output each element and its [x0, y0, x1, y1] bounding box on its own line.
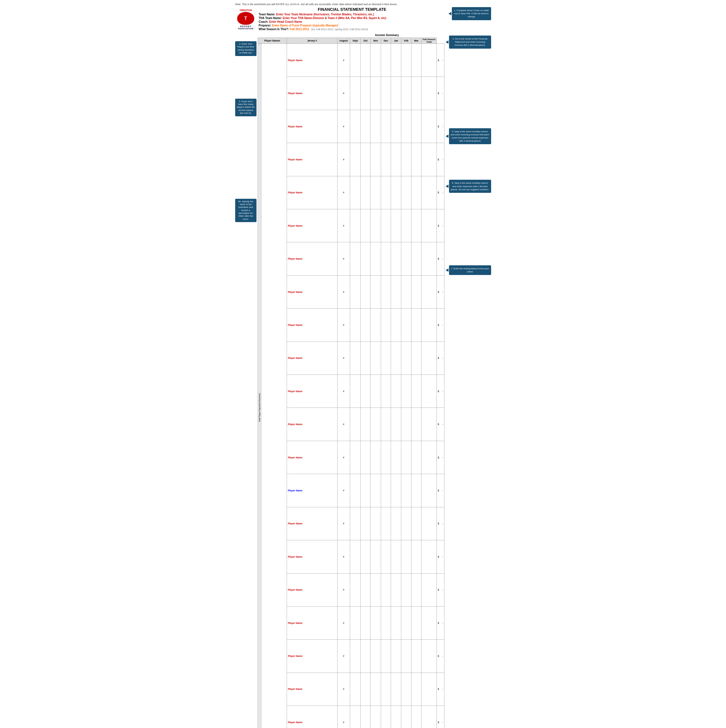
income-table: Income Summary Player Names Jersey # Aug…: [258, 33, 445, 728]
col-sep: Sept: [350, 38, 360, 44]
total-player-payments-label: Total Player Payments Received: [258, 44, 261, 728]
annotation-left-3: 5b. Specify the name of the fundraiser a…: [235, 199, 257, 222]
jersey-1[interactable]: #: [337, 44, 350, 77]
annotation-right-4: 4. Go to the month of the Financial Stat…: [449, 35, 491, 49]
ann-arrow-1: [448, 12, 451, 15]
col-aug: August: [337, 38, 350, 44]
form-fields: FINANCIAL STATEMENT TEMPLATE Team Name: …: [259, 7, 446, 31]
annotation-right-7: 7. Enter the ending balance from your on…: [449, 265, 491, 275]
col-oct: Oct: [361, 38, 371, 44]
annotation-right-5: 5. Stay in the same monthly column and e…: [449, 128, 491, 144]
col-nov: Nov: [371, 38, 381, 44]
ann-arrow-7: [446, 268, 448, 272]
col-feb: Feb: [401, 38, 411, 44]
season-label: What Season Is This?:: [259, 28, 289, 31]
team-name-label: Team Name:: [259, 13, 275, 16]
col-dec: Dec: [381, 38, 391, 44]
coach-value: Enter Head Coach Name: [269, 20, 302, 23]
player-row: Total Player Payments Received Player Na…: [258, 44, 444, 77]
page-title: FINANCIAL STATEMENT TEMPLATE: [259, 7, 446, 12]
ann-arrow-4: [446, 40, 448, 44]
preparer-label: Preparer:: [259, 24, 271, 27]
season-example: (ex: Fall 2011-2012, Spring 2012, Fall 2…: [312, 28, 368, 31]
season-value: Fall 2011-2012: [290, 28, 309, 31]
logo: TRENTON T HOCKEY ASSOCIATION: [235, 9, 257, 29]
annotation-left-1: 2. Enter Your Players and their Jersey N…: [235, 41, 257, 56]
ann-arrow-6: [446, 185, 448, 188]
col-fall-total: Fall SeasonTotal: [422, 38, 437, 44]
team-name-value: Enter Your Team Nickname (Hurricanes, Tr…: [276, 13, 374, 16]
preparer-value: Enter Name of Form Preparer (typically M…: [272, 24, 338, 27]
ann-arrow-5: [446, 135, 448, 138]
player-name-1[interactable]: Player Name: [287, 44, 337, 77]
col-mar: Mar: [411, 38, 422, 44]
page-note: Note: This is the worksheet you will ENT…: [235, 3, 491, 6]
col-jan: Jan: [391, 38, 401, 44]
col-player-names: Player Names: [258, 38, 287, 44]
coach-label: Coach:: [259, 20, 269, 23]
annotation-left-2: 3. If you don't have this many players d…: [235, 99, 257, 116]
tha-label: THA Team Name:: [259, 17, 282, 20]
col-jersey: Jersey #: [287, 38, 337, 44]
annotation-right-6: 6. Stay in the same monthly column and e…: [449, 180, 491, 193]
annotation-top-right: 1. Complete these 5 lines on initial use…: [452, 7, 491, 20]
income-summary-title: Income Summary: [337, 33, 437, 38]
tha-value: Enter Your THA Name-Division & Team # (M…: [283, 17, 386, 20]
